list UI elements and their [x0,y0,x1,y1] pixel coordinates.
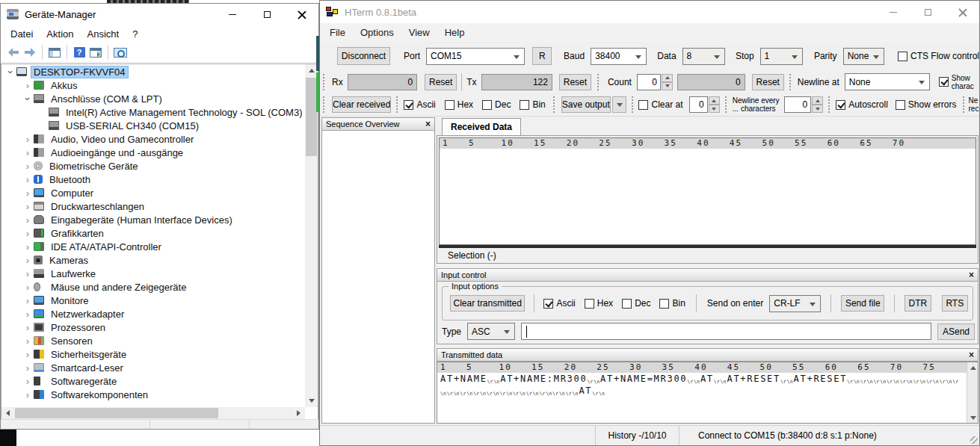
tree-item-computer[interactable]: ›Computer [1,186,304,199]
chevron-expanded-icon[interactable]: › [5,66,16,78]
chevron-collapsed-icon[interactable]: › [22,161,34,172]
menu-datei[interactable]: Datei [4,26,40,42]
close-panel-icon[interactable]: × [425,120,431,128]
menu-help[interactable]: ? [126,26,144,42]
tree-item-smartcard[interactable]: ›Smartcard-Leser [1,361,304,374]
console-tree-icon[interactable] [46,44,63,61]
tree-item-druckwarteschlangen[interactable]: ›Druckwarteschlangen [1,199,304,213]
tree-item-audioeingaenge[interactable]: ›Audioeingänge und -ausgänge [1,146,304,159]
tree-item-biometrische[interactable]: ›Biometrische Geräte [1,159,304,173]
toolbar-gripper[interactable] [631,96,634,113]
rx-dec-checkbox[interactable] [482,100,492,110]
chevron-collapsed-icon[interactable]: › [22,201,34,212]
tree-item-softwaregeraete[interactable]: ›Softwaregeräte [1,374,304,388]
chevron-collapsed-icon[interactable]: › [22,389,34,400]
newline-every-input[interactable]: 0 [784,96,812,113]
chevron-collapsed-icon[interactable]: › [22,268,34,279]
clear-at-checkbox[interactable] [638,100,648,110]
help-icon[interactable]: ? [71,44,87,61]
toolbar-gripper[interactable] [597,74,600,90]
chevron-collapsed-icon[interactable]: › [22,295,34,306]
scrollbar-thumb[interactable] [306,78,317,156]
newline-every-stepper[interactable] [812,96,823,113]
chevron-collapsed-icon[interactable]: › [22,362,34,374]
newline-at-select[interactable]: None [845,73,930,90]
clear-transmitted-button[interactable]: Clear transmitted [450,295,525,312]
clear-at-stepper[interactable] [709,96,720,113]
tree-item-prozessoren[interactable]: ›Prozessoren [1,320,304,334]
toolbar-gripper[interactable] [724,96,727,113]
scroll-left-icon[interactable] [1,407,14,419]
chevron-collapsed-icon[interactable]: › [22,241,34,253]
forward-icon[interactable] [22,44,38,61]
clear-at-input[interactable]: 0 [689,96,708,113]
rx-hex-checkbox[interactable] [445,100,454,110]
clear-received-button[interactable]: Clear received [332,96,391,113]
tree-item-sicherheitsgeraete[interactable]: ›Sicherheitsgeräte [1,347,304,361]
tree-item-grafikkarten[interactable]: ›Grafikkarten [1,226,304,240]
chevron-collapsed-icon[interactable]: › [22,282,34,293]
menu-aktion[interactable]: Aktion [40,26,80,42]
chevron-collapsed-icon[interactable]: › [22,80,34,91]
type-select[interactable]: ASC [467,323,515,340]
menu-file[interactable]: File [322,25,353,40]
count-reset-button[interactable]: Reset [752,74,784,90]
show-newline-characters-checkbox[interactable] [939,77,949,87]
rx-reset-button[interactable]: Reset [425,74,457,90]
chevron-collapsed-icon[interactable]: › [22,255,34,266]
menu-help[interactable]: Help [437,25,472,40]
tree-item-intel-sol-com3[interactable]: Intel(R) Active Management Technology - … [1,105,304,119]
rts-button[interactable]: RTS [942,295,968,312]
scroll-down-icon[interactable] [967,412,979,423]
vertical-scrollbar[interactable] [305,64,318,407]
chevron-collapsed-icon[interactable]: › [22,214,34,226]
chevron-collapsed-icon[interactable]: › [22,376,34,387]
close-button[interactable] [284,4,318,25]
tab-received-data[interactable]: Received Data [442,118,521,135]
tree-item-monitore[interactable]: ›Monitore [1,294,304,307]
tree-item-kameras[interactable]: ›Kameras [1,253,304,267]
send-input-field[interactable] [521,323,931,340]
minimize-button[interactable] [215,4,250,25]
scrollbar-thumb[interactable] [15,408,218,418]
tx-reset-button[interactable]: Reset [559,74,591,90]
data-bits-select[interactable]: 8 [682,48,725,65]
stop-bits-select[interactable]: 1 [760,48,803,65]
tree-item-anschluesse[interactable]: ›Anschlüsse (COM & LPT) [1,92,304,105]
toolbar-gripper[interactable] [322,74,325,90]
toolbar-gripper[interactable] [395,96,398,113]
device-manager-titlebar[interactable]: Geräte-Manager [1,4,318,25]
chevron-collapsed-icon[interactable]: › [22,335,34,347]
count-stepper[interactable] [662,74,673,90]
chevron-collapsed-icon[interactable]: › [22,174,34,185]
tree-item-eingabegeraete[interactable]: ›Eingabegeräte (Human Interface Devices) [1,213,304,226]
chevron-collapsed-icon[interactable]: › [22,134,34,145]
chevron-collapsed-icon[interactable]: › [22,349,34,360]
tree-item-akkus[interactable]: ›Akkus [1,78,304,92]
chevron-collapsed-icon[interactable]: › [22,309,34,320]
rx-bin-checkbox[interactable] [520,100,529,110]
close-panel-icon[interactable]: × [969,271,974,279]
save-output-dropdown-button[interactable] [612,96,627,113]
tree-item-desktop[interactable]: ›DESKTOP-FKVVF04 [1,65,304,78]
tree-item-audio-video[interactable]: ›Audio, Video und Gamecontroller [1,132,304,146]
toolbar-gripper[interactable] [552,96,555,113]
autoscroll-checkbox[interactable] [836,100,845,110]
parity-select[interactable]: None [843,48,884,65]
menu-view[interactable]: View [401,25,437,40]
asend-button[interactable]: ASend [937,323,975,340]
send-file-button[interactable]: Send file [841,295,884,312]
tx-bin-checkbox[interactable] [659,299,669,309]
save-output-button[interactable]: Save output [561,96,611,113]
scroll-down-icon[interactable] [305,394,318,407]
tx-ascii-checkbox[interactable] [543,299,553,309]
minimize-button[interactable] [876,1,910,23]
send-on-enter-select[interactable]: CR-LF [769,295,821,312]
maximize-button[interactable] [250,4,284,25]
tree-item-softwarekomponenten[interactable]: ›Softwarekomponenten [1,388,304,401]
chevron-collapsed-icon[interactable]: › [22,228,34,239]
hterm-titlebar[interactable]: HTerm 0.8.1beta [320,1,979,23]
transmitted-scrollbar[interactable] [967,362,978,423]
baud-select[interactable]: 38400 [591,48,647,65]
tx-dec-checkbox[interactable] [622,299,632,309]
